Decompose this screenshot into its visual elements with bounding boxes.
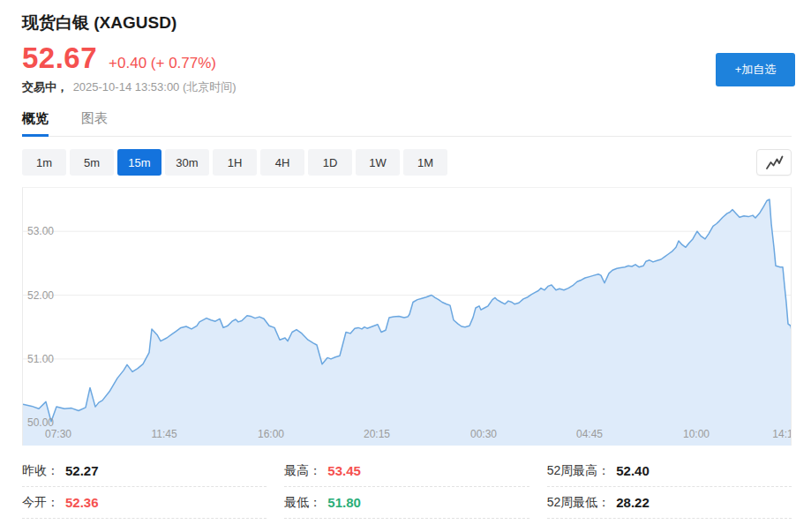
timezone-label: (北京时间) [183, 80, 237, 94]
stat-label: 52周最低： [547, 495, 611, 511]
range-button-4H[interactable]: 4H [260, 149, 304, 176]
quote-page: 现货白银 (XAGUSD) 52.67 +0.40 (+ 0.77%) 交易中，… [0, 11, 811, 519]
range-button-1D[interactable]: 1D [308, 149, 352, 176]
stat-item: 今开：52.36 [22, 487, 267, 519]
stat-label: 52周最高： [547, 463, 611, 479]
quote-stats: 昨收：52.27最高：53.4552周最高：52.40今开：52.36最低：51… [22, 455, 792, 519]
x-axis-label: 16:00 [258, 428, 284, 440]
range-button-1W[interactable]: 1W [356, 149, 400, 176]
chart-toolbar: 1m5m15m30m1H4H1D1W1M [22, 149, 792, 176]
y-axis-label: 51.00 [27, 353, 54, 365]
tab-overview[interactable]: 概览 [22, 110, 49, 137]
range-button-1M[interactable]: 1M [403, 149, 447, 176]
stat-item: 52周最低：28.22 [547, 487, 792, 519]
stat-value: 52.36 [65, 495, 99, 510]
x-axis-label: 00:30 [470, 428, 497, 440]
stat-item: 最低：51.80 [284, 487, 529, 519]
range-button-1H[interactable]: 1H [213, 149, 257, 176]
x-axis-label: 07:30 [45, 428, 71, 440]
x-axis-label: 10:00 [683, 428, 710, 440]
range-selector: 1m5m15m30m1H4H1D1W1M [22, 149, 447, 176]
chart-style-button[interactable] [756, 149, 792, 176]
price-value: 52.67 [22, 41, 97, 75]
stat-label: 昨收： [22, 463, 59, 479]
x-axis-label: 14:1 [772, 428, 792, 440]
x-axis-label: 20:15 [364, 428, 390, 440]
tab-bar: 概览图表 [22, 110, 792, 137]
stat-value: 28.22 [616, 495, 650, 510]
status-row: 交易中， 2025-10-14 13:53:00 (北京时间) [22, 79, 792, 95]
tab-chart[interactable]: 图表 [81, 110, 108, 136]
range-button-15m[interactable]: 15m [117, 149, 161, 176]
stat-value: 51.80 [327, 495, 361, 510]
stat-label: 今开： [22, 495, 59, 511]
add-watchlist-button[interactable]: +加自选 [716, 53, 795, 86]
line-chart-icon [763, 154, 785, 172]
y-axis-label: 52.00 [27, 289, 54, 302]
range-button-30m[interactable]: 30m [165, 149, 209, 176]
price-row: 52.67 +0.40 (+ 0.77%) [22, 41, 792, 75]
stat-label: 最低： [284, 495, 321, 511]
stat-item: 52周最高：52.40 [547, 455, 792, 487]
quote-timestamp: 2025-10-14 13:53:00 [73, 80, 180, 94]
stat-value: 52.40 [616, 463, 650, 478]
price-chart[interactable]: 53.0052.0051.0050.0007:3011:4516:0020:15… [22, 187, 792, 446]
stat-item: 昨收：52.27 [22, 455, 267, 487]
area-fill [23, 199, 792, 446]
stat-item: 最高：53.45 [284, 455, 529, 487]
stat-value: 53.45 [327, 463, 361, 478]
price-change: +0.40 (+ 0.77%) [109, 55, 216, 72]
y-axis-label: 53.00 [27, 225, 54, 237]
range-button-5m[interactable]: 5m [70, 149, 114, 176]
x-axis-label: 04:45 [576, 428, 603, 440]
trading-status: 交易中， [22, 80, 68, 94]
range-button-1m[interactable]: 1m [22, 149, 66, 176]
stat-value: 52.27 [65, 463, 99, 478]
x-axis-label: 11:45 [151, 428, 176, 440]
page-title: 现货白银 (XAGUSD) [22, 11, 792, 34]
stat-label: 最高： [284, 463, 321, 479]
chart-canvas [23, 188, 792, 446]
